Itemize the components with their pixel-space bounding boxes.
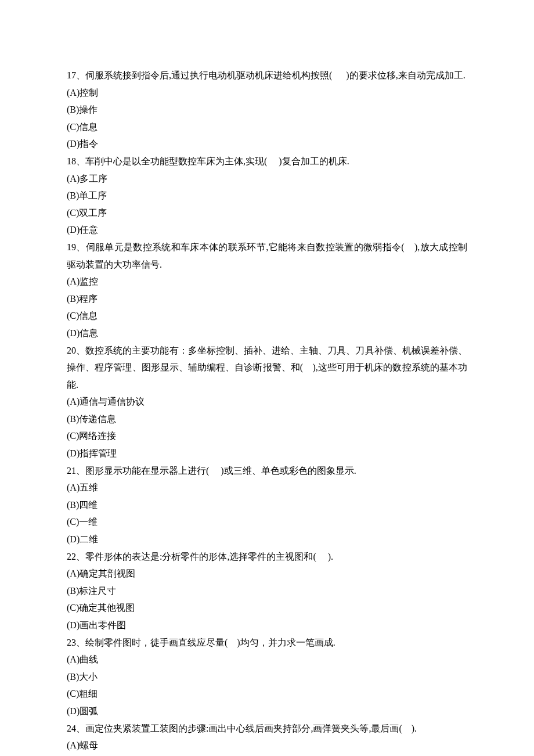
- option: (B)操作: [67, 101, 467, 118]
- option: (B)大小: [67, 668, 467, 686]
- option: (D)圆弧: [67, 703, 467, 720]
- question-23: 23、绘制零件图时，徒手画直线应尽量( )均匀，并力求一笔画成.: [67, 634, 467, 651]
- question-text-post: )或三维、单色或彩色的图象显示.: [221, 466, 356, 476]
- option: (A)螺母: [67, 737, 467, 754]
- question-text-post: )均匀，并力求一笔画成.: [237, 638, 335, 647]
- option: (C)粗细: [67, 685, 467, 703]
- question-text-pre: 车削中心是以全功能型数控车床为主体,实现(: [85, 156, 267, 166]
- question-blank: [209, 466, 221, 476]
- option: (D)指挥管理: [67, 445, 467, 462]
- question-text-post: )复合加工的机床.: [279, 156, 349, 166]
- option: (A)通信与通信协议: [67, 393, 467, 411]
- question-number: 19、: [67, 242, 86, 252]
- question-text-pre: 图形显示功能在显示器上进行(: [85, 466, 209, 476]
- question-20: 20、数控系统的主要功能有：多坐标控制、插补、进给、主轴、刀具、刀具补偿、机械误…: [67, 342, 467, 394]
- question-text-post: ).: [328, 552, 333, 561]
- question-text-pre: 绘制零件图时，徒手画直线应尽量(: [85, 638, 228, 647]
- question-text-pre: 画定位夹紧装置工装图的步骤:画出中心线后画夹持部分,画弹簧夹头等,最后画(: [85, 723, 402, 733]
- option: (C)网络连接: [67, 427, 467, 445]
- question-18: 18、车削中心是以全功能型数控车床为主体,实现( )复合加工的机床.: [67, 153, 467, 170]
- option: (D)二维: [67, 531, 467, 548]
- option: (A)五维: [67, 479, 467, 496]
- option: (B)程序: [67, 290, 467, 308]
- question-number: 24、: [67, 723, 85, 733]
- option: (A)确定其剖视图: [67, 565, 467, 582]
- option: (D)指令: [67, 135, 467, 153]
- option: (A)监控: [67, 273, 467, 290]
- option: (D)任意: [67, 221, 467, 239]
- option: (B)传递信息: [67, 411, 467, 428]
- question-blank: [228, 638, 237, 647]
- question-blank: [402, 723, 412, 733]
- question-blank: [303, 362, 312, 372]
- question-blank: [405, 242, 414, 252]
- option: (C)信息: [67, 307, 467, 325]
- option: (B)四维: [67, 496, 467, 514]
- option: (A)控制: [67, 84, 467, 102]
- question-blank: [332, 70, 346, 80]
- question-text-pre: 伺服单元是数控系统和车床本体的联系环节,它能将来自数控装置的微弱指令(: [86, 242, 405, 252]
- question-blank: [316, 552, 328, 561]
- question-number: 20、: [67, 345, 85, 355]
- option: (D)画出零件图: [67, 617, 467, 634]
- option: (B)单工序: [67, 187, 467, 204]
- question-number: 17、: [67, 70, 85, 80]
- question-number: 23、: [67, 638, 85, 647]
- question-number: 22、: [67, 552, 85, 561]
- question-text-pre: 伺服系统接到指令后,通过执行电动机驱动机床进给机构按照(: [85, 70, 332, 80]
- question-17: 17、伺服系统接到指令后,通过执行电动机驱动机床进给机构按照( )的要求位移,来…: [67, 67, 467, 84]
- option: (C)确定其他视图: [67, 599, 467, 617]
- question-21: 21、图形显示功能在显示器上进行( )或三维、单色或彩色的图象显示.: [67, 462, 467, 480]
- option: (C)双工序: [67, 204, 467, 222]
- option: (C)信息: [67, 118, 467, 136]
- option: (A)多工序: [67, 170, 467, 188]
- question-text-pre: 零件形体的表达是:分析零件的形体,选择零件的主视图和(: [85, 552, 316, 561]
- question-19: 19、伺服单元是数控系统和车床本体的联系环节,它能将来自数控装置的微弱指令( )…: [67, 239, 467, 273]
- question-number: 18、: [67, 156, 85, 166]
- option: (D)信息: [67, 325, 467, 342]
- document-page: 17、伺服系统接到指令后,通过执行电动机驱动机床进给机构按照( )的要求位移,来…: [0, 0, 534, 756]
- question-22: 22、零件形体的表达是:分析零件的形体,选择零件的主视图和( ).: [67, 548, 467, 566]
- question-blank: [267, 156, 279, 166]
- option: (A)曲线: [67, 651, 467, 668]
- option: (B)标注尺寸: [67, 582, 467, 600]
- question-24: 24、画定位夹紧装置工装图的步骤:画出中心线后画夹持部分,画弹簧夹头等,最后画(…: [67, 720, 467, 737]
- option: (C)一维: [67, 513, 467, 531]
- question-number: 21、: [67, 466, 85, 476]
- question-text-post: )的要求位移,来自动完成加工.: [346, 70, 465, 80]
- question-text-post: ).: [412, 723, 417, 733]
